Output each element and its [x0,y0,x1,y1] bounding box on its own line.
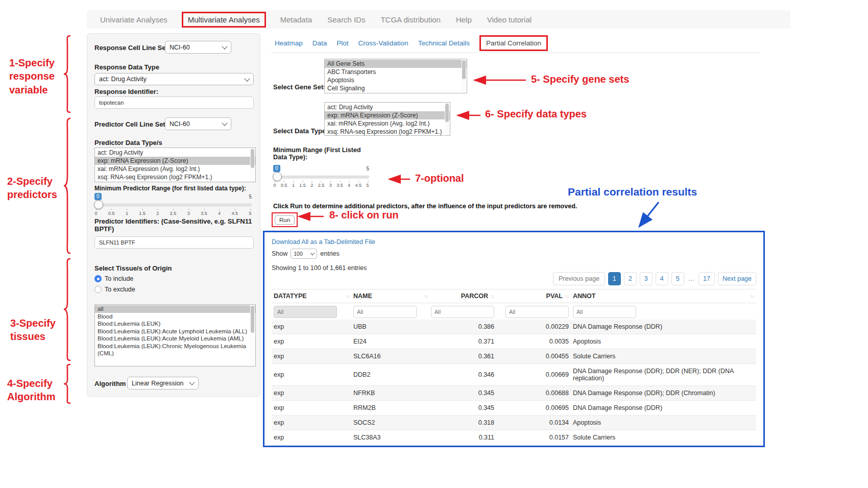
run-button[interactable]: Run [275,215,295,225]
nav-metadata[interactable]: Metadata [280,15,312,24]
main-panel: Heatmap Data Plot Cross-Validation Techn… [271,33,766,230]
slider-max-label: 5 [366,166,369,172]
sort-icon[interactable]: ↑↓ [565,294,569,299]
list-option[interactable]: xai: mRNA Expression (Avg. log2 Int.) [325,119,450,128]
nav-univariate-analyses[interactable]: Univariate Analyses [100,15,167,24]
data-types-listbox: act: Drug Activity exp: mRNA Expression … [324,102,450,136]
list-option[interactable]: act: Drug Activity [325,103,450,111]
response-identifier-input[interactable] [94,96,254,109]
predictor-identifiers-input[interactable] [94,236,254,249]
filter-parcor-input[interactable] [431,306,494,318]
predictor-data-types-listbox: act: Drug Activity exp: mRNA Expression … [94,148,256,182]
column-header-parcor[interactable]: PARCOR ↑↓ [432,292,494,300]
tab-data[interactable]: Data [312,39,327,47]
predictor-cell-line-set-select[interactable]: NCI-60 [165,117,231,130]
radio-selected-icon[interactable] [94,275,102,282]
nav-tcga-distribution[interactable]: TCGA distribution [380,15,441,24]
tab-plot[interactable]: Plot [336,39,348,47]
page-button-3[interactable]: 3 [640,272,653,285]
tab-cross-validation[interactable]: Cross-Validation [358,39,408,47]
table-row: exp DDB2 0.346 0.00669 DNA Damage Respon… [272,364,756,386]
predictor-data-types-label: Predictor Data Type/s [94,139,162,147]
response-data-type-select[interactable]: act: Drug Activity [94,73,254,85]
page-button-2[interactable]: 2 [624,272,637,285]
page-length-select[interactable]: 100 [291,249,317,259]
chevron-down-icon [310,251,315,255]
response-cell-line-set-value: NCI-60 [170,44,190,51]
list-option[interactable]: Cell Signaling [325,84,467,92]
sort-icon[interactable]: ↑↓ [345,294,349,299]
tab-technical-details[interactable]: Technical Details [418,39,470,47]
list-option[interactable]: xsq: RNA-seq Expression (log2 FPKM+1.) [95,173,255,181]
filter-datatype-input[interactable] [274,306,337,318]
scrollbar-thumb[interactable] [251,306,254,333]
list-option[interactable]: Blood:Leukemia (LEUK):Acute Lymphoid Leu… [95,328,255,335]
chevron-down-icon [222,120,227,126]
response-cell-line-set-label: Response Cell Line Set [94,44,168,52]
page-button-1[interactable]: 1 [608,272,621,285]
next-page-button[interactable]: Next page [718,272,756,285]
scrollbar-thumb[interactable] [462,60,466,79]
column-header-pval[interactable]: PVAL ↑↓ [498,292,569,300]
nav-help[interactable]: Help [456,15,472,24]
list-option[interactable]: act: Drug Activity [95,149,255,157]
list-option[interactable]: xai: mRNA Expression (Avg. log2 Int.) [95,165,255,173]
slider-handle[interactable] [273,172,282,181]
gene-sets-label: Select Gene Sets [273,83,327,91]
annotation-brace-2 [62,117,71,254]
scrollbar-thumb[interactable] [445,104,449,122]
scrollbar-thumb[interactable] [251,149,254,168]
response-cell-line-set-select[interactable]: NCI-60 [165,41,231,54]
filter-name-input[interactable] [353,306,417,318]
annotation-brace-3 [62,258,71,361]
algorithm-select[interactable]: Linear Regression [127,377,199,389]
sort-icon[interactable]: ↑↓ [424,294,428,299]
sidebar-panel: Response Cell Line Set NCI-60 Response D… [87,33,260,397]
slider-track[interactable] [94,204,252,207]
annotation-box-multivariate: Multivariate Analyses [182,12,266,28]
tissue-origin-label: Select Tissue/s of Origin [94,264,172,272]
list-option[interactable]: Blood [95,313,255,321]
slider-track[interactable] [273,176,369,179]
slider-handle[interactable] [94,200,103,209]
tab-partial-correlation[interactable]: Partial Correlation [486,39,541,47]
list-option[interactable]: exp: mRNA Expression (Z-Score) [325,111,450,119]
list-option[interactable]: all [95,305,255,313]
list-option[interactable]: Apoptosis [325,76,467,84]
nav-search-ids[interactable]: Search IDs [327,15,365,24]
slider-value-badge: 0 [273,165,280,172]
table-row: exp SOCS2 0.318 0.0134 Apoptosis [272,416,756,430]
list-option[interactable]: ABC Transporters [325,68,467,76]
page-button-4[interactable]: 4 [656,272,668,285]
partial-correlation-results-panel: Download All as a Tab-Delimited File Sho… [263,231,765,447]
entries-label: entries [320,250,340,257]
radio-to-include[interactable]: To include [94,275,133,282]
tab-heatmap[interactable]: Heatmap [275,39,303,47]
list-option[interactable]: Blood:Leukemia (LEUK) [95,320,255,328]
sort-icon[interactable]: ↑↓ [490,294,494,299]
nav-multivariate-analyses[interactable]: Multivariate Analyses [188,15,260,24]
filter-annot-input[interactable] [573,306,636,318]
list-option[interactable]: Blood:Leukemia (LEUK):Acute Myeloid Leuk… [95,335,255,343]
sort-icon[interactable]: ↑↓ [750,294,754,299]
column-header-name[interactable]: NAME ↑↓ [353,292,428,300]
scrollbar [250,305,255,365]
column-header-annot[interactable]: ANNOT ↑↓ [573,292,754,300]
nav-video-tutorial[interactable]: Video tutorial [487,15,532,24]
list-option[interactable]: exp: mRNA Expression (Z-Score) [95,157,255,165]
download-link[interactable]: Download All as a Tab-Delimited File [272,238,756,246]
column-header-datatype[interactable]: DATATYPE ↑↓ [274,292,349,300]
list-option[interactable]: Blood:Leukemia (LEUK):Chronic Myelogenou… [95,343,255,357]
page-button-5[interactable]: 5 [671,272,684,285]
annotation-step4: 4-Specify Algorithm [7,377,55,404]
list-option[interactable]: xsq: RNA-seq Expression (log2 FPKM+1.) [325,128,450,136]
page-button-17[interactable]: 17 [698,272,715,285]
list-option[interactable]: All Gene Sets [325,60,467,68]
table-row: exp EI24 0.371 0.0035 Apoptosis [272,334,756,349]
filter-pval-input[interactable] [505,306,569,318]
radio-to-exclude[interactable]: To exclude [94,286,135,293]
slider-value-badge: 0 [94,193,102,200]
previous-page-button[interactable]: Previous page [553,272,605,285]
radio-unselected-icon[interactable] [94,286,102,293]
table-filter-row [272,303,756,320]
